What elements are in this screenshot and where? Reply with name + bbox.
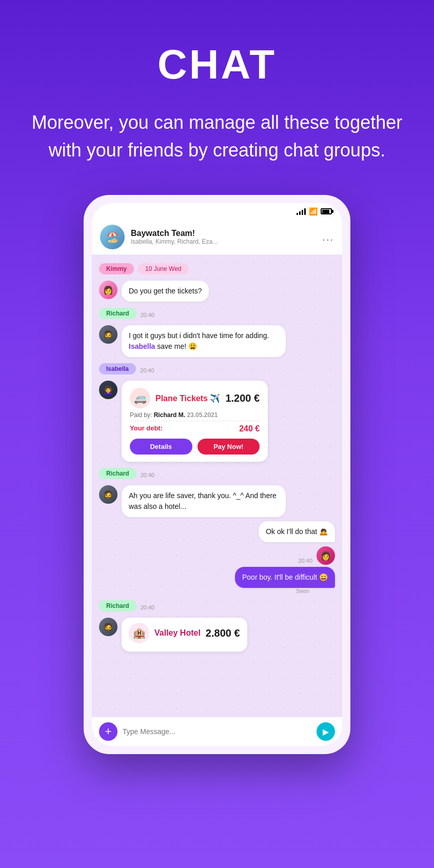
- ts-richard-3: 20:40: [141, 604, 155, 610]
- hotel-title: Valley Hotel: [154, 628, 201, 638]
- battery-icon: [321, 208, 332, 214]
- status-bar: 📶: [92, 203, 342, 220]
- page-header: CHAT Moreover, you can manage all these …: [0, 41, 434, 164]
- send-button[interactable]: ▶: [317, 722, 335, 741]
- bubble-richard-2: Ah you are life saver, thank you. ^_^ An…: [122, 485, 286, 517]
- plane-icon: 🚐: [130, 388, 150, 408]
- add-attachment-button[interactable]: +: [99, 722, 117, 741]
- bubble-own-1: Ok ok I'll do that 🙇: [259, 521, 335, 542]
- chat-members: Isabella, Kimmy, Richard, Eza...: [131, 238, 316, 245]
- debt-label: Your debt:: [130, 424, 163, 433]
- phone-frame: 📶 🏖️ Baywatch Team! Isabella, Kimmy, Ric…: [84, 195, 350, 754]
- expense-header-plane: 🚐 Plane Tickets ✈️ 1.200 €: [130, 388, 260, 408]
- status-bar-icons: 📶: [297, 207, 332, 215]
- sender-richard-2: Richard: [99, 468, 136, 479]
- message-row-own-1: Ok ok I'll do that 🙇: [99, 521, 335, 542]
- expense-debt-plane: Your debt: 240 €: [130, 421, 260, 433]
- phone-mockup: 📶 🏖️ Baywatch Team! Isabella, Kimmy, Ric…: [84, 195, 350, 754]
- wifi-icon: 📶: [309, 207, 318, 215]
- richard-row-2: Richard 20:40: [99, 468, 335, 479]
- seen-label: Seen: [296, 588, 309, 594]
- ts-own: 20:40: [298, 558, 312, 564]
- chat-name: Baywatch Team!: [131, 229, 316, 238]
- message-row-kimmy: 👩 Do you get the tickets?: [99, 281, 335, 302]
- signal-icon: [297, 208, 306, 215]
- more-options-button[interactable]: ...: [322, 231, 334, 243]
- pay-now-button[interactable]: Pay Now!: [198, 439, 260, 455]
- expense-meta-plane: Paid by: Richard M. 23.05.2021: [130, 411, 260, 419]
- avatar-richard-1: 🧔: [99, 325, 117, 344]
- plane-title: Plane Tickets ✈️: [155, 393, 220, 403]
- avatar-kimmy: 👩: [99, 281, 117, 299]
- own-bubble-row: 20:40 👩: [298, 546, 335, 565]
- expense-card-plane: 🚐 Plane Tickets ✈️ 1.200 € Paid by: Rich…: [122, 381, 268, 462]
- expense-buttons-plane: Details Pay Now!: [130, 439, 260, 455]
- ts-isabella: 20:40: [140, 367, 154, 373]
- details-button[interactable]: Details: [130, 439, 192, 455]
- group-avatar: 🏖️: [100, 225, 125, 249]
- message-input[interactable]: [123, 727, 311, 736]
- avatar-own: 👩: [317, 546, 335, 565]
- page-subtitle: Moreover, you can manage all these toget…: [0, 109, 434, 164]
- messages-area: Kimmy 10 June Wed 👩 Do you get the ticke…: [92, 255, 342, 717]
- avatar-richard-2: 🧔: [99, 485, 117, 504]
- phone-screen: 📶 🏖️ Baywatch Team! Isabella, Kimmy, Ric…: [92, 203, 342, 746]
- ts-richard-2: 20:40: [141, 472, 155, 478]
- date-row: Kimmy 10 June Wed: [99, 263, 335, 274]
- page-title: CHAT: [0, 41, 434, 88]
- input-bar: + ▶: [92, 717, 342, 746]
- date-tag: 10 June Wed: [138, 263, 189, 274]
- debt-amount: 240 €: [239, 424, 260, 433]
- hotel-amount: 2.800 €: [206, 627, 240, 639]
- sender-kimmy: Kimmy: [99, 263, 134, 274]
- ts-richard-1: 20:40: [141, 312, 155, 318]
- sender-richard-1: Richard: [99, 308, 136, 319]
- plane-amount: 1.200 €: [225, 392, 260, 404]
- bubble-kimmy: Do you get the tickets?: [122, 281, 209, 302]
- chat-header: 🏖️ Baywatch Team! Isabella, Kimmy, Richa…: [92, 220, 342, 255]
- message-row-richard-2: 🧔 Ah you are life saver, thank you. ^_^ …: [99, 485, 335, 517]
- isabella-row: Isabella 20:40: [99, 363, 335, 374]
- bubble-own-purple: Poor boy. It'll be difficult 😄: [235, 567, 335, 588]
- message-row-richard-1: 🧔 I got it guys but i didn't have time f…: [99, 325, 335, 357]
- expense-header-hotel: 🏨 Valley Hotel 2.800 €: [129, 623, 240, 643]
- richard-row-3: Richard 20:40: [99, 600, 335, 611]
- own-message-area: 20:40 👩 Poor boy. It'll be difficult 😄 S…: [99, 546, 335, 594]
- avatar-isabella: 👩‍🦱: [99, 381, 117, 399]
- richard-row-1: Richard 20:40: [99, 308, 335, 319]
- avatar-richard-3: 🧔: [99, 618, 117, 636]
- sender-isabella: Isabella: [99, 363, 136, 374]
- hotel-icon: 🏨: [129, 623, 149, 643]
- sender-richard-3: Richard: [99, 600, 136, 611]
- chat-info: Baywatch Team! Isabella, Kimmy, Richard,…: [131, 229, 316, 245]
- message-row-valley: 🧔 🏨 Valley Hotel 2.800 €: [99, 618, 335, 652]
- expense-card-hotel: 🏨 Valley Hotel 2.800 €: [122, 618, 247, 652]
- message-row-isabella: 👩‍🦱 🚐 Plane Tickets ✈️ 1.200 € Paid by: …: [99, 381, 335, 462]
- bubble-richard-1: I got it guys but i didn't have time for…: [122, 325, 286, 357]
